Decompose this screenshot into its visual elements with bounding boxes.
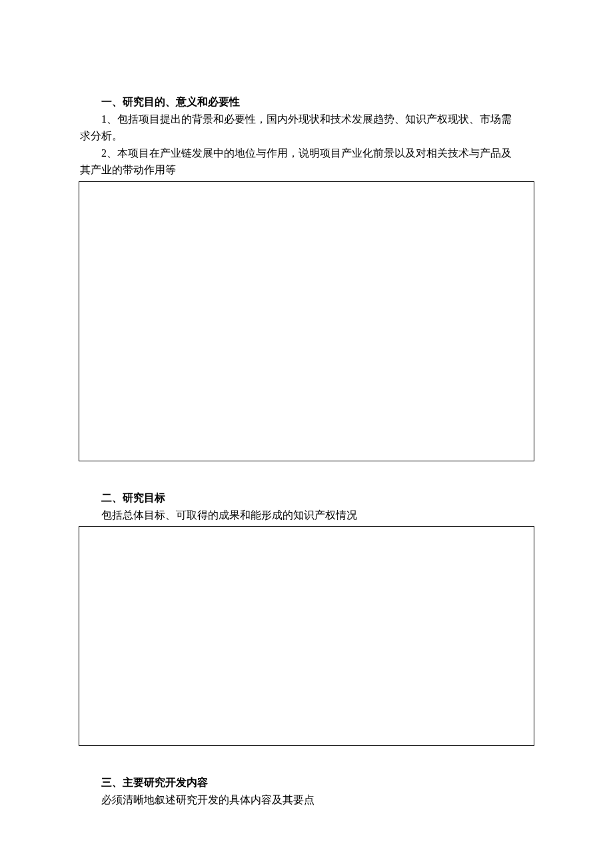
section-3-heading: 三、主要研究开发内容 (80, 774, 533, 791)
section-3-line-1: 必须清晰地叙述研究开发的具体内容及其要点 (80, 791, 533, 809)
section-1-heading: 一、研究目的、意义和必要性 (80, 93, 533, 111)
section-1-line-1: 1、包括项目提出的背景和必要性，国内外现状和技术发展趋势、知识产权现状、市场需 (80, 111, 533, 128)
section-1-line-4: 其产业的带动作用等 (80, 161, 533, 179)
section-2-line-1: 包括总体目标、可取得的成果和能形成的知识产权情况 (80, 507, 533, 524)
spacer (80, 746, 533, 774)
section-3: 三、主要研究开发内容 必须清晰地叙述研究开发的具体内容及其要点 (80, 774, 533, 808)
section-1-input-box[interactable] (79, 181, 534, 461)
spacer (80, 461, 533, 489)
section-2: 二、研究目标 包括总体目标、可取得的成果和能形成的知识产权情况 (80, 489, 533, 746)
section-1-line-3: 2、本项目在产业链发展中的地位与作用，说明项目产业化前景以及对相关技术与产品及 (80, 145, 533, 162)
section-2-heading: 二、研究目标 (80, 489, 533, 507)
section-2-input-box[interactable] (79, 526, 534, 746)
section-1: 一、研究目的、意义和必要性 1、包括项目提出的背景和必要性，国内外现状和技术发展… (80, 93, 533, 461)
section-1-line-2: 求分析。 (80, 127, 533, 145)
document-page: 一、研究目的、意义和必要性 1、包括项目提出的背景和必要性，国内外现状和技术发展… (0, 0, 613, 808)
